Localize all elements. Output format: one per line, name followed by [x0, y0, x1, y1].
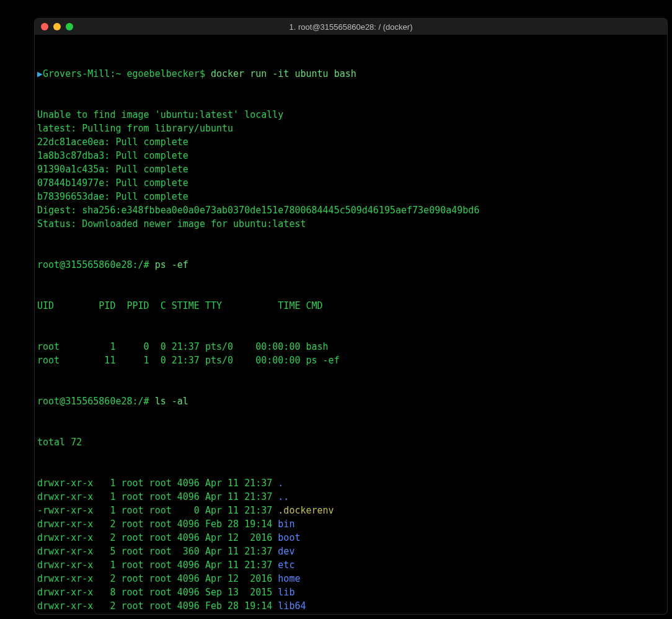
zoom-icon[interactable]	[66, 23, 73, 30]
command-text: ls -al	[155, 396, 188, 407]
ls-row: drwxr-xr-x 2 root root 4096 Feb 28 19:14…	[37, 517, 665, 531]
ls-perm: drwxr-xr-x 2 root root 4096 Feb 28 19:14	[37, 519, 278, 530]
ls-name: .dockerenv	[278, 505, 334, 516]
minimize-icon[interactable]	[53, 23, 61, 30]
ls-row: drwxr-xr-x 1 root root 4096 Apr 11 21:37…	[37, 490, 665, 504]
ls-name: .	[278, 478, 283, 489]
output-line: 1a8b3c87dba3: Pull complete	[37, 149, 665, 163]
ls-row: drwxr-xr-x 2 root root 4096 Apr 12 2016 …	[37, 531, 665, 545]
ls-row: drwxr-xr-x 2 root root 4096 Feb 28 19:14…	[37, 599, 665, 613]
traffic-lights	[35, 23, 73, 30]
ls-perm: -rwxr-xr-x 1 root root 0 Apr 11 21:37	[37, 505, 278, 516]
ls-perm: drwxr-xr-x 1 root root 4096 Apr 11 21:37	[37, 559, 278, 571]
ls-name: lib	[278, 587, 294, 598]
ps-row: root 1 0 0 21:37 pts/0 00:00:00 bash	[37, 340, 665, 354]
ls-perm: drwxr-xr-x 1 root root 4096 Apr 11 21:37	[37, 491, 278, 502]
ls-name: bin	[278, 519, 294, 530]
ls-name: etc	[278, 559, 294, 571]
ls-row: drwxr-xr-x 1 root root 4096 Apr 11 21:37…	[37, 558, 665, 572]
shell-prompt: root@315565860e28:/#	[37, 259, 155, 270]
ps-row: root 11 1 0 21:37 pts/0 00:00:00 ps -ef	[37, 354, 665, 367]
prompt-arrow-icon: ▶	[37, 68, 43, 79]
ls-name: ..	[278, 491, 289, 502]
ls-row: drwxr-xr-x 2 root root 4096 Feb 28 19:13…	[37, 613, 665, 614]
ls-name: dev	[278, 546, 294, 557]
prompt-line-2: root@315565860e28:/# ps -ef	[37, 258, 665, 272]
terminal-body[interactable]: ▶Grovers-Mill:~ egoebelbecker$ docker ru…	[35, 35, 667, 614]
output-line: Unable to find image 'ubuntu:latest' loc…	[37, 108, 665, 122]
output-line: b78396653dae: Pull complete	[37, 190, 665, 203]
ls-perm: drwxr-xr-x 5 root root 360 Apr 11 21:37	[37, 546, 278, 557]
output-line: Status: Downloaded newer image for ubunt…	[37, 217, 665, 231]
close-icon[interactable]	[41, 23, 48, 30]
titlebar: 1. root@315565860e28: / (docker)	[35, 19, 667, 35]
prompt-line-3: root@315565860e28:/# ls -al	[37, 394, 665, 408]
shell-prompt: Grovers-Mill:~ egoebelbecker$	[43, 68, 211, 79]
output-line: 91390a1c435a: Pull complete	[37, 163, 665, 176]
ls-row: drwxr-xr-x 5 root root 360 Apr 11 21:37 …	[37, 545, 665, 558]
ls-total: total 72	[37, 435, 665, 449]
ls-row: drwxr-xr-x 2 root root 4096 Apr 12 2016 …	[37, 572, 665, 586]
ls-row: drwxr-xr-x 1 root root 4096 Apr 11 21:37…	[37, 476, 665, 490]
shell-prompt: root@315565860e28:/#	[37, 396, 155, 407]
ls-name: home	[278, 573, 300, 584]
ls-name: boot	[278, 532, 300, 543]
command-text: ps -ef	[155, 259, 188, 270]
terminal-window: 1. root@315565860e28: / (docker) ▶Grover…	[35, 19, 667, 614]
output-line: 07844b14977e: Pull complete	[37, 176, 665, 190]
window-title: 1. root@315565860e28: / (docker)	[35, 22, 667, 32]
ls-perm: drwxr-xr-x 2 root root 4096 Apr 12 2016	[37, 532, 278, 543]
ls-perm: drwxr-xr-x 8 root root 4096 Sep 13 2015	[37, 587, 278, 598]
ls-perm: drwxr-xr-x 1 root root 4096 Apr 11 21:37	[37, 478, 278, 489]
ls-name: lib64	[278, 600, 306, 612]
prompt-line-1: ▶Grovers-Mill:~ egoebelbecker$ docker ru…	[37, 67, 665, 81]
ls-perm: drwxr-xr-x 2 root root 4096 Apr 12 2016	[37, 573, 278, 584]
ls-perm: drwxr-xr-x 2 root root 4096 Feb 28 19:14	[37, 600, 278, 612]
command-text: docker run -it ubuntu bash	[211, 68, 356, 79]
output-line: latest: Pulling from library/ubuntu	[37, 122, 665, 135]
ps-header: UID PID PPID C STIME TTY TIME CMD	[37, 299, 665, 313]
ls-row: drwxr-xr-x 8 root root 4096 Sep 13 2015 …	[37, 586, 665, 599]
output-line: 22dc81ace0ea: Pull complete	[37, 135, 665, 149]
ls-row: -rwxr-xr-x 1 root root 0 Apr 11 21:37 .d…	[37, 504, 665, 517]
output-line: Digest: sha256:e348fbbea0e0a0e73ab0370de…	[37, 203, 665, 217]
